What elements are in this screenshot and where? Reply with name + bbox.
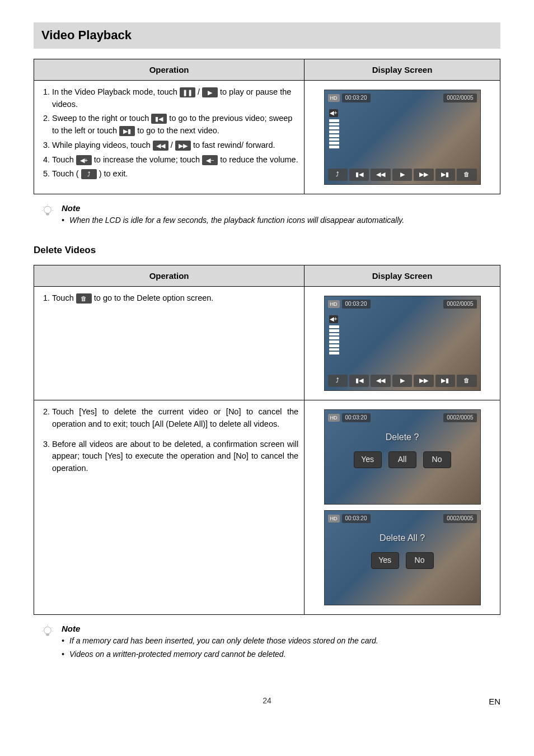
volup-icon: ◀+ <box>76 155 92 165</box>
dstep1-text-a: Touch <box>52 293 76 302</box>
delete-all-confirm-screen: HD 00:03:20 0002/0005 Delete All ? Yes N… <box>324 510 481 605</box>
step-4: Touch ◀+ to increase the volume; touch ◀… <box>52 154 298 166</box>
delete-all-dialog-text: Delete All ? <box>371 532 434 544</box>
step4-text-b: to increase the volume; touch <box>94 155 202 164</box>
step2-text-c: to go to the next video. <box>137 126 219 135</box>
step4-text-c: to reduce the volume. <box>220 155 298 164</box>
svg-rect-6 <box>46 213 49 215</box>
rewind-icon: ◀◀ <box>153 141 168 151</box>
hd-badge: HD <box>328 94 340 102</box>
delete-step1-cell: Touch 🗑 to go to the Delete option scree… <box>34 287 305 400</box>
step3-text-a: While playing videos, touch <box>52 141 153 150</box>
fastforward-icon: ▶▶ <box>175 141 191 151</box>
note1-item1: When the LCD is idle for a few seconds, … <box>62 215 500 226</box>
pb2-back-icon: ⤴ <box>328 375 348 387</box>
pb-next-icon: ▶▮ <box>435 169 455 181</box>
col-display-header-2: Display Screen <box>305 265 500 287</box>
pb-play-icon: ▶ <box>392 169 412 181</box>
pb2-prev-icon: ▮◀ <box>349 375 369 387</box>
step-5: Touch ( ⤴ ) to exit. <box>52 168 298 180</box>
pb-ff-icon: ▶▶ <box>414 169 433 181</box>
svg-line-2 <box>43 207 44 208</box>
dstep1-text-b: to go to the Delete option screen. <box>94 293 214 302</box>
delete-step23-cell: Touch [Yes] to delete the current video … <box>34 400 305 615</box>
time-label-4: 00:03:20 <box>342 514 371 523</box>
language-label: EN <box>489 696 500 707</box>
count-label-4: 0002/0005 <box>443 514 476 523</box>
lightbulb-icon-2 <box>39 623 56 640</box>
step-1: In the Video Playback mode, touch ❚❚ / ▶… <box>52 86 298 111</box>
trash-icon: 🗑 <box>76 293 92 304</box>
col-display-header: Display Screen <box>305 59 500 80</box>
delete-dialog: Delete ? Yes All No <box>354 431 451 468</box>
prev-icon: ▮◀ <box>151 114 167 124</box>
pb2-trash-icon: 🗑 <box>457 375 476 387</box>
pb2-next-icon: ▶▮ <box>435 375 455 387</box>
delete-step-1: Touch 🗑 to go to the Delete option scree… <box>52 292 298 305</box>
note-block-1: Note When the LCD is idle for a few seco… <box>39 202 500 228</box>
no-button-2[interactable]: No <box>406 552 434 569</box>
hd-badge-4: HD <box>328 515 340 523</box>
count-label-3: 0002/0005 <box>443 413 476 422</box>
delete-option-screen: HD 00:03:20 0002/0005 ◀+ ⤴ ▮◀ ◀◀ ▶ <box>324 296 481 391</box>
volume-plus-icon: ◀+ <box>329 109 338 117</box>
step1-text-a: In the Video Playback mode, touch <box>52 87 180 96</box>
step-3: While playing videos, touch ◀◀ / ▶▶ to f… <box>52 139 298 152</box>
step2-text-a: Sweep to the right or touch <box>52 114 151 123</box>
col-operation-header-2: Operation <box>34 265 305 287</box>
pb2-play-icon: ▶ <box>392 375 412 387</box>
pb-prev-icon: ▮◀ <box>349 169 369 181</box>
time-label: 00:03:20 <box>342 94 371 102</box>
play-controls-bar: ⤴ ▮◀ ◀◀ ▶ ▶▶ ▶▮ 🗑 <box>328 169 477 181</box>
play-icon: ▶ <box>202 87 218 97</box>
operation-cell: In the Video Playback mode, touch ❚❚ / ▶… <box>34 80 305 194</box>
pause-icon: ❚❚ <box>180 87 195 97</box>
delete-step-2: Touch [Yes] to delete the current video … <box>52 406 298 431</box>
page-footer: 24 EN <box>34 696 500 707</box>
no-button[interactable]: No <box>423 451 451 468</box>
delete-all-dialog: Delete All ? Yes No <box>371 532 434 569</box>
svg-line-10 <box>51 627 52 628</box>
delete-dialog-text: Delete ? <box>354 431 451 444</box>
page-title: Video Playback <box>34 22 500 49</box>
note2-item1: If a memory card has been inserted, you … <box>62 636 500 647</box>
svg-point-7 <box>44 627 51 634</box>
time-label-3: 00:03:20 <box>342 413 371 422</box>
hd-badge-2: HD <box>328 300 340 309</box>
step4-text-a: Touch <box>52 155 76 164</box>
all-button[interactable]: All <box>388 451 416 468</box>
next-icon: ▶▮ <box>119 126 135 136</box>
delete-step-3: Before all videos are about to be delete… <box>52 438 298 475</box>
yes-button[interactable]: Yes <box>354 451 382 468</box>
pb-back-icon: ⤴ <box>328 169 348 181</box>
voldn-icon: ◀− <box>202 155 218 165</box>
svg-point-0 <box>44 206 51 213</box>
note2-item2: Videos on a written-protected memory car… <box>62 649 500 660</box>
note-title-2: Note <box>62 623 500 634</box>
pb2-ff-icon: ▶▶ <box>414 375 433 387</box>
note-title: Note <box>62 202 500 214</box>
svg-line-3 <box>51 207 52 208</box>
pb2-rew-icon: ◀◀ <box>371 375 390 387</box>
volume-plus-icon-2: ◀+ <box>329 315 338 323</box>
step3-text-b: to fast rewind/ forward. <box>193 141 275 150</box>
video-playback-table: Operation Display Screen In the Video Pl… <box>34 59 500 194</box>
lightbulb-icon <box>39 202 56 219</box>
count-label-2: 0002/0005 <box>443 300 476 309</box>
note-block-2: Note If a memory card has been inserted,… <box>39 623 500 662</box>
svg-rect-13 <box>46 633 49 636</box>
count-label: 0002/0005 <box>443 94 476 102</box>
time-label-2: 00:03:20 <box>342 300 371 309</box>
step-2: Sweep to the right or touch ▮◀ to go to … <box>52 113 298 137</box>
delete-step23-display-cell: HD 00:03:20 0002/0005 Delete ? Yes All N… <box>305 400 500 615</box>
step5-text-b: ) to exit. <box>99 169 128 178</box>
play-controls-bar-2: ⤴ ▮◀ ◀◀ ▶ ▶▶ ▶▮ 🗑 <box>328 375 477 387</box>
step5-text-a: Touch ( <box>52 169 81 178</box>
volume-bar-2: ◀+ <box>329 315 339 354</box>
delete-confirm-screen: HD 00:03:20 0002/0005 Delete ? Yes All N… <box>324 409 481 505</box>
playback-screen: HD 00:03:20 0002/0005 ◀+ ⤴ ▮◀ ◀◀ ▶ <box>324 90 481 185</box>
display-cell: HD 00:03:20 0002/0005 ◀+ ⤴ ▮◀ ◀◀ ▶ <box>305 80 500 194</box>
svg-line-9 <box>43 627 44 628</box>
page-number: 24 <box>263 696 271 705</box>
yes-button-2[interactable]: Yes <box>371 552 399 569</box>
